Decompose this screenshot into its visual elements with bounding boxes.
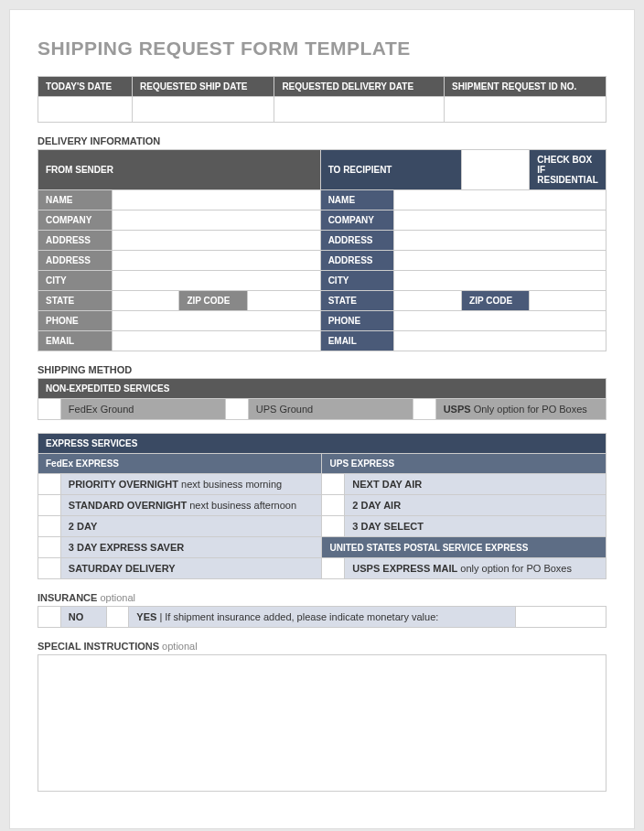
two-day-label: 2 DAY	[60, 516, 322, 537]
recipient-state-input[interactable]	[394, 291, 462, 311]
insurance-yes-label: YES | If shipment insurance added, pleas…	[129, 607, 515, 628]
col-req-delivery-date: REQUESTED DELIVERY DATE	[274, 77, 445, 97]
sender-state-input[interactable]	[112, 291, 179, 311]
sender-address1-label: ADDRESS	[38, 231, 113, 251]
recipient-phone-label: PHONE	[320, 311, 394, 331]
recipient-zip-label: ZIP CODE	[462, 291, 530, 311]
insurance-no-checkbox[interactable]	[38, 607, 61, 628]
header-dates-table: TODAY'S DATE REQUESTED SHIP DATE REQUEST…	[38, 76, 606, 123]
page-title: SHIPPING REQUEST FORM TEMPLATE	[38, 38, 606, 59]
non-expedited-header: NON-EXPEDITED SERVICES	[38, 379, 606, 399]
sender-name-input[interactable]	[112, 190, 320, 210]
fedex-express-header: FedEx EXPRESS	[38, 454, 322, 474]
col-shipment-req-id: SHIPMENT REQUEST ID NO.	[445, 77, 606, 97]
section-special-instructions: SPECIAL INSTRUCTIONS optional	[38, 641, 606, 652]
recipient-address2-label: ADDRESS	[320, 251, 394, 271]
standard-overnight-label: STANDARD OVERNIGHT next business afterno…	[60, 495, 322, 516]
recipient-city-input[interactable]	[394, 271, 606, 291]
sender-phone-input[interactable]	[112, 311, 320, 331]
express-table: EXPRESS SERVICES FedEx EXPRESS UPS EXPRE…	[38, 433, 606, 579]
recipient-company-input[interactable]	[394, 210, 606, 231]
next-day-air-checkbox[interactable]	[322, 474, 345, 495]
insurance-no-label: NO	[60, 607, 106, 628]
insurance-value-input[interactable]	[515, 607, 606, 628]
section-insurance: INSURANCE optional	[38, 592, 606, 603]
delivery-table: FROM SENDER TO RECIPIENT CHECK BOX IF RE…	[38, 149, 606, 351]
fedex-ground-label: FedEx Ground	[60, 399, 225, 420]
sender-zip-input[interactable]	[247, 291, 320, 311]
insurance-yes-checkbox[interactable]	[106, 607, 129, 628]
sender-address2-label: ADDRESS	[38, 251, 113, 271]
fedex-ground-checkbox[interactable]	[38, 399, 61, 420]
special-instructions-input[interactable]	[38, 654, 606, 792]
recipient-name-input[interactable]	[394, 190, 606, 210]
usps-express-header: UNITED STATES POSTAL SERVICE EXPRESS	[322, 537, 606, 558]
input-todays-date[interactable]	[38, 97, 133, 123]
two-day-air-checkbox[interactable]	[322, 495, 345, 516]
residential-label: CHECK BOX IF RESIDENTIAL	[530, 150, 606, 190]
recipient-zip-input[interactable]	[530, 291, 606, 311]
usps-mail-label: USPS EXPRESS MAIL only option for PO Box…	[345, 558, 606, 579]
standard-overnight-checkbox[interactable]	[38, 495, 61, 516]
three-day-saver-label: 3 DAY EXPRESS SAVER	[60, 537, 322, 558]
sender-email-input[interactable]	[112, 331, 320, 351]
from-sender-header: FROM SENDER	[38, 150, 321, 190]
section-shipping-method: SHIPPING METHOD	[38, 364, 606, 375]
recipient-email-input[interactable]	[394, 331, 606, 351]
next-day-air-label: NEXT DAY AIR	[345, 474, 606, 495]
saturday-checkbox[interactable]	[38, 558, 61, 579]
section-delivery-info: DELIVERY INFORMATION	[38, 135, 606, 146]
residential-checkbox[interactable]	[462, 150, 530, 190]
recipient-address1-label: ADDRESS	[320, 231, 394, 251]
two-day-air-label: 2 DAY AIR	[345, 495, 606, 516]
non-expedited-table: NON-EXPEDITED SERVICES FedEx Ground UPS …	[38, 378, 606, 420]
two-day-checkbox[interactable]	[38, 516, 61, 537]
sender-city-label: CITY	[38, 271, 113, 291]
input-req-ship-date[interactable]	[133, 97, 274, 123]
col-todays-date: TODAY'S DATE	[38, 77, 133, 97]
priority-overnight-checkbox[interactable]	[38, 474, 61, 495]
three-day-saver-checkbox[interactable]	[38, 537, 61, 558]
to-recipient-header: TO RECIPIENT	[320, 150, 461, 190]
ups-ground-label: UPS Ground	[248, 399, 413, 420]
input-shipment-req-id[interactable]	[445, 97, 606, 123]
recipient-address1-input[interactable]	[394, 231, 606, 251]
usps-mail-checkbox[interactable]	[322, 558, 345, 579]
recipient-state-label: STATE	[320, 291, 394, 311]
three-day-select-checkbox[interactable]	[322, 516, 345, 537]
form-page: SHIPPING REQUEST FORM TEMPLATE TODAY'S D…	[9, 9, 635, 829]
sender-address2-input[interactable]	[112, 251, 320, 271]
recipient-phone-input[interactable]	[394, 311, 606, 331]
usps-ground-label: USPS Only option for PO Boxes	[435, 399, 606, 420]
sender-company-input[interactable]	[112, 210, 320, 231]
recipient-city-label: CITY	[320, 271, 394, 291]
three-day-select-label: 3 DAY SELECT	[345, 516, 606, 537]
sender-company-label: COMPANY	[38, 210, 113, 231]
insurance-table: NO YES | If shipment insurance added, pl…	[38, 606, 606, 628]
sender-city-input[interactable]	[112, 271, 320, 291]
sender-name-label: NAME	[38, 190, 113, 210]
sender-zip-label: ZIP CODE	[179, 291, 247, 311]
col-req-ship-date: REQUESTED SHIP DATE	[133, 77, 274, 97]
usps-ground-checkbox[interactable]	[413, 399, 435, 420]
recipient-address2-input[interactable]	[394, 251, 606, 271]
sender-address1-input[interactable]	[112, 231, 320, 251]
priority-overnight-label: PRIORITY OVERNIGHT next business morning	[60, 474, 322, 495]
input-req-delivery-date[interactable]	[274, 97, 445, 123]
ups-ground-checkbox[interactable]	[225, 399, 248, 420]
recipient-company-label: COMPANY	[320, 210, 394, 231]
sender-email-label: EMAIL	[38, 331, 113, 351]
recipient-email-label: EMAIL	[320, 331, 394, 351]
saturday-label: SATURDAY DELIVERY	[60, 558, 322, 579]
sender-state-label: STATE	[38, 291, 113, 311]
ups-express-header: UPS EXPRESS	[322, 454, 606, 474]
sender-phone-label: PHONE	[38, 311, 113, 331]
express-header: EXPRESS SERVICES	[38, 434, 606, 454]
recipient-name-label: NAME	[320, 190, 394, 210]
